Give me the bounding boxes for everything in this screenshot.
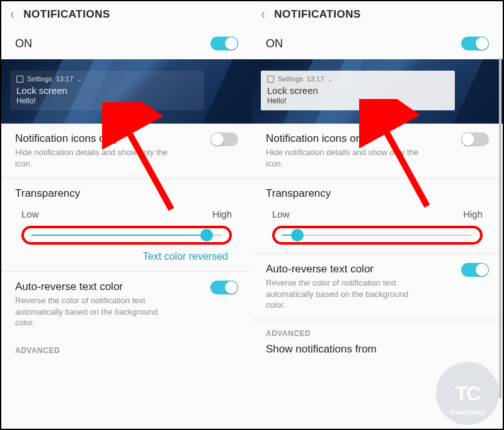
master-toggle[interactable] <box>461 37 489 50</box>
chevron-down-icon: ⌄ <box>328 76 333 83</box>
scrollbar[interactable] <box>499 58 501 398</box>
auto-reverse-toggle[interactable] <box>461 263 489 277</box>
chevron-down-icon: ⌄ <box>77 76 82 83</box>
preview-time: 13:17 <box>56 75 74 83</box>
show-notifications-from-row[interactable]: Show notifications from <box>252 343 503 356</box>
transparency-low-label: Low <box>21 209 39 219</box>
icons-only-row[interactable]: Notification icons only Hide notificatio… <box>1 124 252 178</box>
transparency-slider-highlight <box>21 226 232 245</box>
preview-notif-title: Lock screen <box>16 85 198 96</box>
preview-notification-card: Settings 13:17 ⌄ Lock screen Hello! <box>10 71 204 110</box>
icons-only-toggle[interactable] <box>461 132 489 146</box>
icons-only-toggle[interactable] <box>210 132 238 146</box>
preview-notif-title: Lock screen <box>267 85 449 96</box>
header-bar: ‹ NOTIFICATIONS <box>252 1 503 29</box>
transparency-low-label: Low <box>272 209 290 219</box>
auto-reverse-title: Auto-reverse text color <box>15 281 179 293</box>
preview-notification-card: Settings 13:17 ⌄ Lock screen Hello! <box>261 71 455 110</box>
advanced-heading: ADVANCED <box>1 337 252 360</box>
transparency-slider-highlight <box>272 226 483 245</box>
auto-reverse-row[interactable]: Auto-reverse text color Reverse the colo… <box>1 272 252 337</box>
transparency-section: Transparency Low High Text color reverse… <box>1 178 252 272</box>
transparency-title: Transparency <box>15 187 238 200</box>
auto-reverse-title: Auto-reverse text color <box>266 263 430 276</box>
back-icon[interactable]: ‹ <box>261 6 265 23</box>
icons-only-subtitle: Hide notification details and show only … <box>266 147 430 169</box>
settings-icon <box>16 76 23 83</box>
text-color-reversed-link[interactable]: Text color reversed <box>21 251 232 262</box>
advanced-heading: ADVANCED <box>252 320 503 343</box>
icons-only-title: Notification icons only <box>15 132 179 145</box>
auto-reverse-row[interactable]: Auto-reverse text color Reverse the colo… <box>252 254 503 320</box>
master-toggle[interactable] <box>210 37 238 50</box>
settings-icon <box>267 76 274 83</box>
preview-app-name: Settings <box>278 75 303 83</box>
page-title: NOTIFICATIONS <box>274 8 360 21</box>
icons-only-title: Notification icons only <box>266 132 430 145</box>
preview-notif-body: Hello! <box>16 96 198 105</box>
header-bar: ‹ NOTIFICATIONS <box>1 1 252 29</box>
auto-reverse-subtitle: Reverse the color of notification text a… <box>15 295 179 328</box>
notification-preview: Settings 13:17 ⌄ Lock screen Hello! <box>252 59 503 124</box>
left-pane: ‹ NOTIFICATIONS ON Settings 13:17 ⌄ Lock… <box>1 1 252 429</box>
preview-time: 13:17 <box>307 75 324 83</box>
transparency-slider[interactable] <box>282 235 472 236</box>
auto-reverse-toggle[interactable] <box>210 281 238 294</box>
master-toggle-label: ON <box>266 37 283 50</box>
transparency-title: Transparency <box>266 187 489 200</box>
icons-only-subtitle: Hide notification details and show only … <box>15 147 179 169</box>
master-toggle-row: ON <box>252 29 503 59</box>
preview-app-name: Settings <box>27 75 52 83</box>
transparency-high-label: High <box>212 209 232 219</box>
transparency-section: Transparency Low High <box>252 178 503 254</box>
right-pane: ‹ NOTIFICATIONS ON Settings 13:17 ⌄ Lock… <box>252 1 503 429</box>
master-toggle-label: ON <box>15 37 32 50</box>
transparency-high-label: High <box>463 209 483 219</box>
transparency-slider[interactable] <box>32 235 222 236</box>
master-toggle-row: ON <box>1 29 252 59</box>
back-icon[interactable]: ‹ <box>11 6 14 23</box>
auto-reverse-subtitle: Reverse the color of notification text a… <box>266 277 430 311</box>
page-title: NOTIFICATIONS <box>23 8 110 21</box>
icons-only-row[interactable]: Notification icons only Hide notificatio… <box>252 124 503 178</box>
preview-notif-body: Hello! <box>267 96 449 105</box>
notification-preview: Settings 13:17 ⌄ Lock screen Hello! <box>1 59 252 124</box>
